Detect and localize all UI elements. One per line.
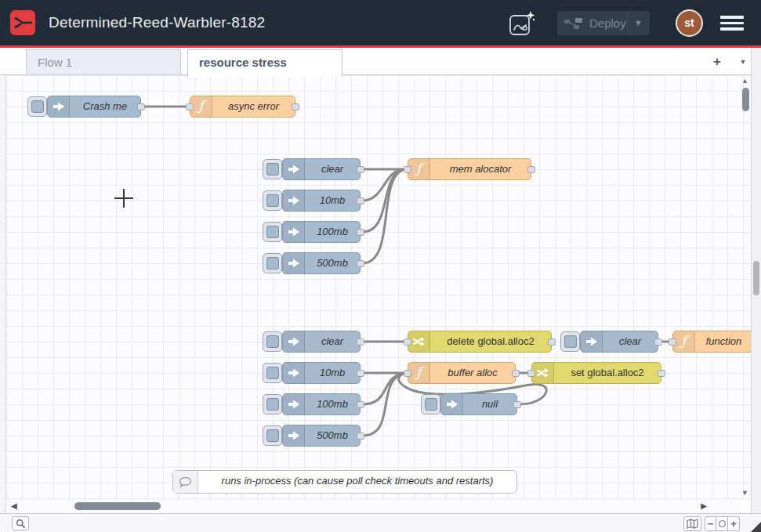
node-clear-alloc[interactable]: clear bbox=[282, 331, 361, 353]
output-port[interactable] bbox=[357, 401, 364, 408]
node-icon-section bbox=[283, 363, 305, 383]
node-set-global-alloc2[interactable]: set global.alloc2 bbox=[531, 362, 661, 384]
inject-arrow-icon bbox=[288, 226, 300, 237]
node-500mb-mem[interactable]: 500mb bbox=[282, 252, 361, 274]
input-port[interactable] bbox=[404, 166, 411, 173]
output-port[interactable] bbox=[512, 370, 520, 377]
search-button[interactable] bbox=[12, 516, 29, 530]
node-red-logo[interactable] bbox=[10, 10, 35, 35]
flow-list-caret[interactable]: ▾ bbox=[735, 52, 751, 71]
browser-scrollbar[interactable] bbox=[751, 48, 761, 532]
node-mem-alocator[interactable]: ƒmem alocator bbox=[408, 158, 531, 180]
node-delete-global-alloc2[interactable]: delete global.alloc2 bbox=[408, 331, 552, 353]
input-port[interactable] bbox=[186, 103, 194, 110]
node-icon-section bbox=[532, 363, 554, 383]
node-100mb-alloc[interactable]: 100mb bbox=[282, 393, 361, 415]
node-async-error[interactable]: ƒasync error bbox=[190, 96, 295, 118]
inject-trigger-button[interactable] bbox=[263, 222, 282, 242]
input-port[interactable] bbox=[404, 370, 411, 377]
vertical-scrollbar[interactable]: ▲ ▼ bbox=[740, 75, 751, 500]
vertical-scroll-thumb[interactable] bbox=[742, 88, 749, 111]
output-port[interactable] bbox=[513, 401, 521, 408]
inject-trigger-button[interactable] bbox=[263, 159, 282, 179]
node-icon-section: ƒ bbox=[408, 363, 430, 383]
node-label: clear bbox=[603, 331, 658, 352]
node-label: clear bbox=[305, 331, 360, 352]
ai-assistant-icon[interactable] bbox=[508, 9, 536, 38]
tab-resource-stress[interactable]: resource stress bbox=[187, 49, 342, 77]
node-10mb-mem[interactable]: 10mb bbox=[282, 190, 361, 212]
horizontal-scrollbar[interactable]: ◀ ▶ bbox=[6, 500, 740, 513]
inject-trigger-button[interactable] bbox=[421, 394, 440, 414]
browser-scroll-thumb[interactable] bbox=[753, 261, 759, 295]
minimap-button[interactable] bbox=[683, 516, 701, 531]
node-icon-section: ƒ bbox=[673, 331, 695, 352]
node-label: 10mb bbox=[305, 363, 360, 383]
output-port[interactable] bbox=[357, 197, 364, 204]
tab-flow-1[interactable]: Flow 1 bbox=[26, 49, 181, 75]
output-port[interactable] bbox=[357, 229, 364, 236]
inject-arrow-icon bbox=[288, 258, 300, 269]
input-port[interactable] bbox=[404, 338, 411, 346]
node-comment-note[interactable]: runs in-process (can cause poll check ti… bbox=[172, 470, 517, 494]
zoom-out-button[interactable]: − bbox=[705, 516, 716, 531]
node-100mb-mem[interactable]: 100mb bbox=[282, 221, 361, 243]
output-port[interactable] bbox=[357, 260, 364, 267]
node-icon-section bbox=[283, 253, 305, 273]
function-icon: ƒ bbox=[416, 162, 421, 177]
output-port[interactable] bbox=[658, 370, 665, 377]
node-icon-section bbox=[283, 190, 305, 211]
wire-10mb-mem-to-mem-alocator[interactable] bbox=[362, 169, 406, 201]
node-10mb-alloc[interactable]: 10mb bbox=[282, 362, 361, 384]
output-port[interactable] bbox=[357, 432, 364, 440]
inject-trigger-button[interactable] bbox=[263, 394, 282, 414]
output-port[interactable] bbox=[357, 338, 364, 346]
node-crash-me[interactable]: Crash me bbox=[47, 96, 141, 118]
deploy-button[interactable]: Deploy ▼ bbox=[557, 11, 650, 35]
input-port[interactable] bbox=[669, 338, 676, 346]
deploy-options-caret[interactable]: ▼ bbox=[627, 11, 643, 35]
output-port[interactable] bbox=[357, 370, 364, 377]
horizontal-scroll-thumb[interactable] bbox=[74, 502, 161, 510]
output-port[interactable] bbox=[137, 103, 145, 110]
add-flow-button[interactable]: + bbox=[708, 52, 727, 71]
inject-trigger-button[interactable] bbox=[263, 331, 282, 352]
inject-trigger-button[interactable] bbox=[263, 425, 282, 446]
resize-grip[interactable] bbox=[751, 522, 761, 532]
node-clear-right[interactable]: clear bbox=[580, 331, 658, 353]
zoom-reset-button[interactable] bbox=[716, 516, 728, 531]
inject-trigger-button[interactable] bbox=[263, 190, 282, 211]
node-buffer-alloc[interactable]: ƒbuffer alloc bbox=[408, 362, 516, 384]
inject-arrow-icon bbox=[585, 336, 598, 347]
wire-layer bbox=[6, 75, 751, 500]
scroll-down-arrow[interactable]: ▼ bbox=[741, 489, 748, 497]
input-port[interactable] bbox=[527, 370, 535, 377]
node-label: buffer alloc bbox=[430, 363, 515, 383]
main-menu-button[interactable] bbox=[720, 16, 744, 31]
header-accent-line bbox=[0, 45, 761, 48]
map-icon bbox=[687, 519, 698, 529]
flow-canvas[interactable]: Crash meƒasync errorclear10mb100mb500mbƒ… bbox=[6, 75, 751, 500]
user-avatar[interactable]: st bbox=[676, 9, 703, 37]
scroll-up-arrow[interactable]: ▲ bbox=[741, 77, 748, 85]
node-null-inject[interactable]: null bbox=[440, 393, 517, 415]
scroll-right-arrow[interactable]: ▶ bbox=[701, 501, 707, 510]
output-port[interactable] bbox=[548, 338, 556, 346]
node-500mb-alloc[interactable]: 500mb bbox=[282, 425, 361, 447]
menu-bar bbox=[720, 27, 744, 31]
node-label: delete global.alloc2 bbox=[430, 331, 551, 352]
node-clear-mem[interactable]: clear bbox=[282, 158, 361, 180]
output-port[interactable] bbox=[292, 103, 299, 110]
inject-trigger-button[interactable] bbox=[560, 331, 580, 352]
node-label: mem alocator bbox=[430, 159, 531, 179]
zoom-in-button[interactable]: + bbox=[728, 516, 740, 531]
output-port[interactable] bbox=[527, 166, 535, 173]
inject-trigger-button[interactable] bbox=[27, 96, 47, 117]
node-label: clear bbox=[305, 159, 360, 179]
output-port[interactable] bbox=[357, 166, 364, 173]
function-icon: ƒ bbox=[416, 366, 421, 381]
output-port[interactable] bbox=[654, 338, 662, 346]
scroll-left-arrow[interactable]: ◀ bbox=[11, 501, 17, 510]
inject-trigger-button[interactable] bbox=[263, 253, 282, 273]
inject-trigger-button[interactable] bbox=[263, 363, 282, 383]
